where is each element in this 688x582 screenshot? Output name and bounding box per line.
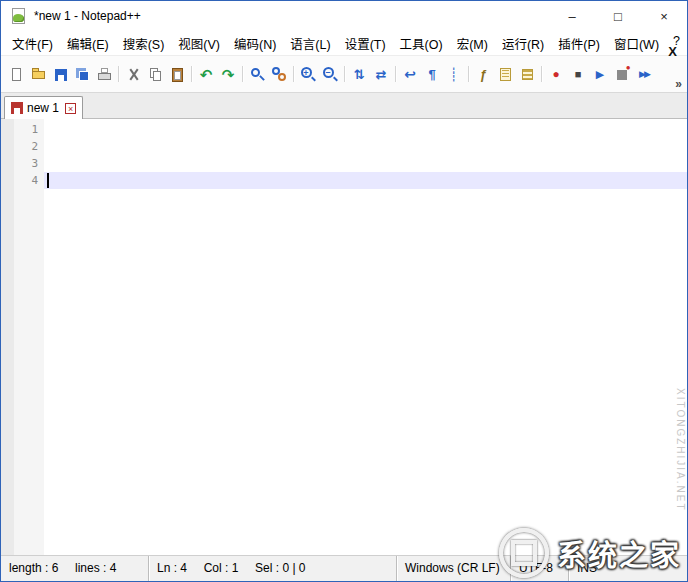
indent-guide-icon[interactable] — [443, 63, 465, 85]
redo-glyph — [220, 66, 237, 83]
close-button[interactable]: × — [641, 1, 687, 31]
menu-item-encoding[interactable]: 编码(N) — [227, 31, 283, 56]
menu-item-edit[interactable]: 编辑(E) — [60, 31, 116, 56]
status-position: Ln : 4 Col : 1 Sel : 0 | 0 — [149, 556, 397, 581]
line-number: 2 — [14, 138, 38, 155]
menu-item-plugins[interactable]: 插件(P) — [551, 31, 607, 56]
stop-macro-glyph — [570, 66, 587, 83]
line-number: 1 — [14, 121, 38, 138]
redo-icon[interactable] — [217, 63, 239, 85]
sync-horizontal-icon[interactable] — [370, 63, 392, 85]
replace-icon[interactable] — [268, 63, 290, 85]
text-caret — [47, 173, 49, 188]
toolbar-separator — [118, 66, 119, 82]
current-line-highlight — [44, 172, 687, 189]
bookmark-margin[interactable] — [1, 119, 14, 555]
menu-bar: 文件(F)编辑(E)搜索(S)视图(V)编码(N)语言(L)设置(T)工具(O)… — [1, 31, 687, 55]
find-glyph — [249, 66, 266, 83]
save-macro-icon[interactable] — [611, 63, 633, 85]
toolbar-separator — [395, 66, 396, 82]
word-wrap-glyph — [402, 66, 419, 83]
menu-item-run[interactable]: 运行(R) — [495, 31, 551, 56]
menu-item-macro[interactable]: 宏(M) — [450, 31, 495, 56]
toolbar-separator — [541, 66, 542, 82]
print-glyph — [96, 66, 113, 83]
notepad-window: *new 1 - Notepad++ – □ × 文件(F)编辑(E)搜索(S)… — [0, 0, 688, 582]
sync-horizontal-glyph — [373, 66, 390, 83]
toolbar-separator — [468, 66, 469, 82]
line-number-gutter: 1234 — [14, 119, 44, 555]
menu-item-search[interactable]: 搜索(S) — [116, 31, 172, 56]
toolbar-separator — [293, 66, 294, 82]
window-controls: – □ × — [549, 1, 687, 31]
menu-item-settings[interactable]: 设置(T) — [338, 31, 393, 56]
document-list-glyph — [519, 66, 536, 83]
menu-item-window[interactable]: 窗口(W) — [607, 31, 666, 56]
show-all-chars-icon[interactable] — [421, 63, 443, 85]
minimize-button[interactable]: – — [549, 1, 595, 31]
paste-glyph — [169, 66, 186, 83]
function-list-icon[interactable] — [472, 63, 494, 85]
save-all-glyph — [74, 66, 91, 83]
save-file-glyph — [52, 66, 69, 83]
toolbar-overflow-chevron[interactable]: » — [675, 77, 682, 91]
title-bar[interactable]: *new 1 - Notepad++ – □ × — [1, 1, 687, 31]
tab-close-icon[interactable]: × — [65, 103, 76, 114]
menu-items: 文件(F)编辑(E)搜索(S)视图(V)编码(N)语言(L)设置(T)工具(O)… — [5, 31, 687, 56]
menubar-close-x[interactable]: X — [668, 44, 677, 59]
window-title: *new 1 - Notepad++ — [34, 9, 141, 23]
cut-glyph — [125, 66, 142, 83]
cut-icon[interactable] — [122, 63, 144, 85]
word-wrap-icon[interactable] — [399, 63, 421, 85]
status-eol: Windows (CR LF) — [397, 556, 511, 581]
status-bar: length : 6 lines : 4Ln : 4 Col : 1 Sel :… — [1, 555, 687, 581]
print-icon[interactable] — [93, 63, 115, 85]
record-macro-icon[interactable] — [545, 63, 567, 85]
save-all-icon[interactable] — [71, 63, 93, 85]
open-file-glyph — [30, 66, 47, 83]
play-macro-icon[interactable] — [589, 63, 611, 85]
undo-icon[interactable] — [195, 63, 217, 85]
replace-glyph — [271, 66, 288, 83]
document-map-glyph — [497, 66, 514, 83]
unsaved-document-icon — [11, 102, 23, 114]
line-number: 3 — [14, 155, 38, 172]
editor-area[interactable]: 1234 — [1, 119, 687, 555]
menu-item-language[interactable]: 语言(L) — [283, 31, 337, 56]
text-area[interactable] — [44, 119, 687, 555]
record-macro-glyph — [548, 66, 565, 83]
function-list-glyph — [475, 66, 492, 83]
menu-item-view[interactable]: 视图(V) — [171, 31, 227, 56]
tab-new-1[interactable]: new 1 × — [4, 96, 83, 119]
sync-vertical-glyph — [351, 66, 368, 83]
zoom-out-glyph — [322, 66, 339, 83]
menu-item-tools[interactable]: 工具(O) — [393, 31, 450, 56]
copy-icon[interactable] — [144, 63, 166, 85]
undo-glyph — [198, 66, 215, 83]
run-macro-multiple-glyph — [636, 66, 653, 83]
toolbar: » — [1, 55, 687, 93]
stop-macro-icon[interactable] — [567, 63, 589, 85]
open-file-icon[interactable] — [27, 63, 49, 85]
notepad-plus-plus-icon — [10, 8, 26, 24]
status-doc-size: length : 6 lines : 4 — [1, 556, 149, 581]
run-macro-multiple-icon[interactable] — [633, 63, 655, 85]
zoom-out-icon[interactable] — [319, 63, 341, 85]
tab-label: new 1 — [27, 101, 59, 115]
menu-item-file[interactable]: 文件(F) — [5, 31, 60, 56]
maximize-button[interactable]: □ — [595, 1, 641, 31]
toolbar-icons — [5, 63, 655, 85]
new-file-glyph — [8, 66, 25, 83]
toolbar-separator — [344, 66, 345, 82]
document-list-icon[interactable] — [516, 63, 538, 85]
zoom-in-icon[interactable] — [297, 63, 319, 85]
sync-vertical-icon[interactable] — [348, 63, 370, 85]
find-icon[interactable] — [246, 63, 268, 85]
save-file-icon[interactable] — [49, 63, 71, 85]
status-typing-mode: INS — [569, 556, 687, 581]
document-map-icon[interactable] — [494, 63, 516, 85]
new-file-icon[interactable] — [5, 63, 27, 85]
status-encoding: UTF-8 — [511, 556, 569, 581]
save-macro-glyph — [614, 66, 631, 83]
paste-icon[interactable] — [166, 63, 188, 85]
